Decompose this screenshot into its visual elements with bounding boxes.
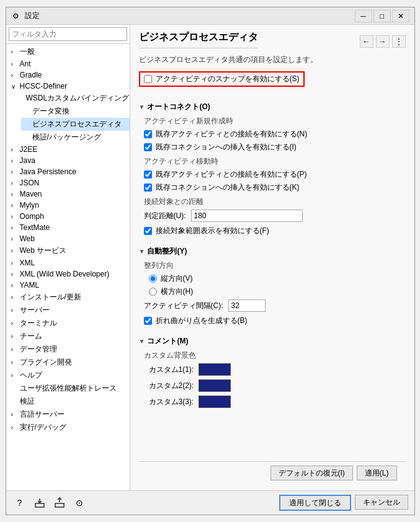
distance-input[interactable] [191, 210, 303, 222]
interval-label: アクティビティ間隔(C): [144, 301, 223, 311]
new-activity-checkbox-2[interactable] [144, 143, 152, 151]
radio-horizontal[interactable] [149, 288, 157, 296]
export-svg [34, 497, 45, 508]
import-icon[interactable] [52, 495, 67, 510]
color-swatch-3[interactable] [199, 396, 231, 408]
arrow-help: › [11, 372, 17, 379]
interval-input[interactable] [228, 299, 266, 312]
sidebar-label-textmate: TextMate [20, 223, 50, 232]
cancel-button[interactable]: キャンセル [355, 495, 408, 510]
export-icon[interactable] [32, 495, 47, 510]
maximize-button[interactable]: □ [373, 10, 391, 22]
color-label-3: カスタム3(3): [149, 397, 194, 407]
sidebar-item-useraccess[interactable]: ユーザ拡張性能解析トレース [6, 382, 130, 395]
apply-close-button[interactable]: 適用して閉じる [279, 495, 351, 511]
sidebar-item-java[interactable]: › Java [6, 155, 130, 166]
close-button[interactable]: ✕ [392, 10, 409, 22]
sidebar-item-webservice[interactable]: › Web サービス [6, 244, 130, 257]
restore-default-button[interactable]: デフォルトの復元(I) [270, 466, 353, 480]
comments-header[interactable]: ▼ コメント(M) [139, 336, 406, 347]
move-activity-checkbox-2[interactable] [144, 184, 152, 192]
sidebar-item-yaml[interactable]: › YAML [6, 280, 130, 291]
fold-checkbox[interactable] [144, 317, 152, 325]
radio-row-horizontal: 横方向(H) [139, 286, 406, 297]
sidebar-item-server[interactable]: › サーバー [6, 304, 130, 317]
move-activity-checkbox-1[interactable] [144, 170, 152, 179]
sidebar-item-validate[interactable]: 検証 [6, 395, 130, 408]
sidebar-item-textmate[interactable]: › TextMate [6, 222, 130, 233]
sidebar-label-wsdl: WSDLカスタムバインディング [26, 93, 130, 104]
main-panel: ビジネスプロセスエディタ ← → ⋮ ビジネスプロセスエディタ共通の項目を設定し… [130, 25, 414, 490]
new-activity-label-1: 既存アクティビティとの接続を有効にする(N) [156, 129, 308, 139]
distance-row: 判定距離(U): [139, 210, 406, 222]
help-icon[interactable]: ? [12, 495, 27, 510]
sidebar-item-javap[interactable]: › Java Persistence [6, 166, 130, 177]
sidebar-tree: › 一般 › Ant › Gradle ∨ HCSC-Definer [6, 44, 130, 490]
move-activity-label-1: 既存アクティビティとの接続を有効にする(P) [156, 169, 307, 180]
sidebar-item-team[interactable]: › チーム [6, 330, 130, 343]
arrow-java: › [11, 157, 17, 164]
sidebar-item-general[interactable]: › 一般 [6, 45, 130, 58]
sidebar-item-hcsc[interactable]: ∨ HCSC-Definer [6, 81, 130, 92]
sidebar-item-wsdl[interactable]: WSDLカスタムバインディング [21, 92, 130, 105]
sidebar-item-xmlwild[interactable]: › XML (Wild Web Developer) [6, 268, 130, 280]
sidebar-item-terminal[interactable]: › ターミナル [6, 317, 130, 330]
sidebar-item-web[interactable]: › Web [6, 233, 130, 244]
sidebar-item-xml[interactable]: › XML [6, 257, 130, 268]
color-swatch-1[interactable] [199, 363, 231, 376]
layout-direction-title: 整列方向 [144, 260, 406, 271]
sidebar-item-ant[interactable]: › Ant [6, 58, 130, 69]
sidebar-item-plugin[interactable]: › プラグイン開発 [6, 356, 130, 369]
autoconnect-section: ▼ オートコネクト(O) アクティビティ新規作成時 既存アクティビティとの接続を… [139, 102, 406, 239]
autolayout-title: 自動整列(Y) [147, 246, 187, 257]
color-row-1: カスタム1(1): [139, 363, 406, 376]
checkbox-row-new-1: 既存アクティビティとの接続を有効にする(N) [139, 129, 406, 139]
settings-icon[interactable]: ⊙ [72, 495, 87, 510]
sidebar-label-plugin: プラグイン開発 [20, 357, 72, 368]
sidebar-item-rundebug[interactable]: › 実行/デバッグ [6, 421, 130, 434]
new-activity-checkbox-1[interactable] [144, 130, 152, 138]
sidebar-item-mylyn[interactable]: › Mylyn [6, 200, 130, 211]
radio-vertical[interactable] [149, 275, 157, 283]
distance-label: 判定距離(U): [144, 211, 186, 221]
sidebar-item-maven[interactable]: › Maven [6, 188, 130, 200]
sidebar-item-help[interactable]: › ヘルプ [6, 369, 130, 382]
sidebar-item-oomph[interactable]: › Oomph [6, 211, 130, 222]
sidebar-item-install[interactable]: › インストール/更新 [6, 291, 130, 304]
back-button[interactable]: ← [360, 35, 373, 48]
sidebar-item-langserver[interactable]: › 言語サーバー [6, 408, 130, 421]
sidebar-item-gradle[interactable]: › Gradle [6, 69, 130, 81]
arrow-terminal: › [11, 320, 17, 327]
apply-button[interactable]: 適用(L) [357, 466, 397, 480]
sidebar-label-hcsc: HCSC-Definer [20, 82, 68, 91]
settings-window: ⚙ 設定 ─ □ ✕ › 一般 › Ant › [6, 7, 415, 515]
arrow-javap: › [11, 169, 17, 175]
minimize-button[interactable]: ─ [355, 10, 372, 22]
snap-checkbox[interactable] [144, 75, 152, 83]
arrow-langserver: › [11, 411, 17, 418]
sidebar-item-check[interactable]: 検証/パッケージング [21, 131, 130, 144]
forward-button[interactable]: → [376, 35, 390, 48]
arrow-team: › [11, 333, 17, 340]
range-checkbox[interactable] [144, 227, 152, 235]
color-swatch-2[interactable] [199, 379, 231, 392]
filter-input[interactable] [9, 27, 127, 41]
autolayout-header[interactable]: ▼ 自動整列(Y) [139, 246, 406, 257]
sidebar-item-j2ee[interactable]: › J2EE [6, 144, 130, 155]
sidebar-item-bpe[interactable]: ビジネスプロセスエディタ [21, 118, 130, 131]
import-svg [54, 497, 65, 508]
svg-rect-1 [55, 503, 64, 507]
sidebar-item-datamgmt[interactable]: › データ管理 [6, 343, 130, 356]
sidebar-item-data[interactable]: データ変換 [21, 105, 130, 118]
sidebar-item-json[interactable]: › JSON [6, 177, 130, 188]
autoconnect-header[interactable]: ▼ オートコネクト(O) [139, 102, 406, 112]
sidebar-label-ant: Ant [20, 60, 31, 68]
color-label-2: カスタム2(2): [149, 381, 194, 391]
fold-checkbox-row: 折れ曲がり点を生成する(B) [139, 316, 406, 326]
more-button[interactable]: ⋮ [392, 35, 406, 48]
new-activity-title: アクティビティ新規作成時 [144, 116, 406, 126]
sidebar-label-datamgmt: データ管理 [20, 344, 57, 355]
sidebar-label-j2ee: J2EE [20, 145, 38, 154]
comments-arrow: ▼ [139, 338, 145, 345]
arrow-datamgmt: › [11, 346, 17, 353]
